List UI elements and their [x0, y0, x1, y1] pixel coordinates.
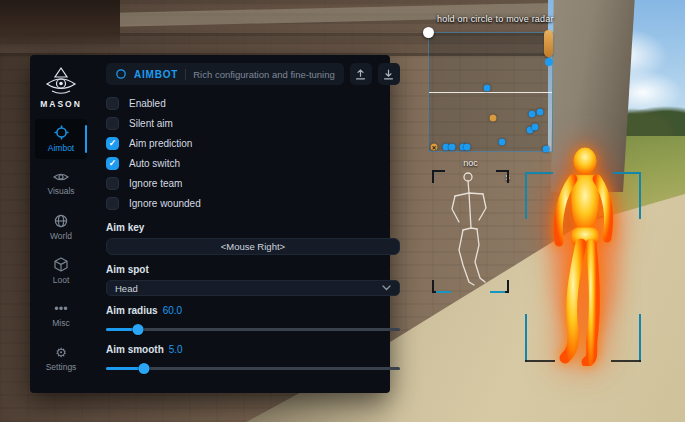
aim-spot-select[interactable]: Head	[106, 280, 400, 296]
slider-thumb[interactable]	[139, 363, 150, 374]
slider-track[interactable]	[106, 328, 400, 331]
bracket-corner	[432, 170, 445, 183]
page-subtitle: Rich configuration and fine-tuning	[193, 69, 335, 80]
radar-item-dot	[489, 114, 496, 121]
chevron-down-icon	[382, 285, 391, 291]
aim-spot-value: Head	[115, 283, 138, 294]
sidebar-item-misc[interactable]: ••• Misc	[35, 295, 87, 335]
sidebar-item-label: Loot	[53, 275, 70, 285]
import-config-button[interactable]	[378, 63, 400, 85]
radar-enemy-dot	[531, 124, 538, 131]
bracket-corner	[496, 170, 509, 183]
tab-header-pill: AIMBOT Rich configuration and fine-tunin…	[106, 63, 344, 85]
aim-smooth-slider[interactable]	[106, 363, 400, 374]
nav-menu: Aimbot Visuals	[35, 119, 87, 379]
aim-radius-header: Aim radius 60.0	[106, 305, 400, 316]
sidebar: MASON Aimbot Visuals	[30, 55, 92, 393]
radar-enemy-dot	[542, 145, 549, 152]
toggle-aim-prediction[interactable]: ✓ Aim prediction	[106, 133, 400, 153]
radar-enemy-dot	[464, 144, 471, 151]
toggle-label: Silent aim	[129, 118, 173, 129]
checkbox[interactable]: ✓	[106, 177, 119, 190]
cube-icon	[54, 257, 68, 272]
checkbox[interactable]: ✓	[106, 197, 119, 210]
toggle-list: ✓ Enabled ✓ Silent aim ✓ Aim prediction …	[106, 93, 400, 213]
toggle-label: Aim prediction	[129, 138, 192, 149]
main-content: AIMBOT Rich configuration and fine-tunin…	[92, 55, 413, 393]
sidebar-item-visuals[interactable]: Visuals	[35, 163, 87, 203]
sidebar-item-label: Settings	[46, 362, 77, 372]
bracket-line	[613, 172, 641, 174]
tab-header: AIMBOT Rich configuration and fine-tunin…	[106, 63, 400, 85]
aim-smooth-value: 5.0	[169, 344, 183, 355]
radar-enemy-dot	[498, 138, 505, 145]
export-config-button[interactable]	[350, 63, 372, 85]
aim-key-label: Aim key	[106, 222, 400, 233]
sidebar-item-label: Visuals	[47, 186, 74, 196]
sidebar-item-label: Aimbot	[48, 143, 74, 153]
aim-smooth-label: Aim smooth	[106, 344, 164, 355]
check-icon: ✓	[109, 139, 117, 148]
sidebar-item-settings[interactable]: ⚙ Settings	[35, 339, 87, 379]
radar[interactable]: ✕	[428, 32, 553, 152]
page-title: AIMBOT	[134, 69, 178, 80]
slider-thumb[interactable]	[133, 324, 144, 335]
aim-radius-label: Aim radius	[106, 305, 158, 316]
bracket-accent	[490, 291, 505, 293]
checkbox[interactable]: ✓	[106, 117, 119, 130]
dark-bricks	[0, 0, 120, 50]
skeleton-esp-box: noc 5	[433, 170, 508, 293]
bracket-line	[525, 314, 527, 362]
toggle-label: Ignore wounded	[129, 198, 201, 209]
bracket-accent	[436, 291, 451, 293]
bracket-line	[525, 172, 553, 174]
radar-horizon-line	[429, 92, 552, 93]
slider-track[interactable]	[106, 367, 400, 370]
sidebar-item-label: Misc	[52, 318, 69, 328]
logo: MASON	[40, 66, 82, 109]
bracket-line	[525, 172, 527, 219]
toggle-label: Ignore team	[129, 178, 182, 189]
download-icon	[383, 69, 394, 80]
check-icon: ✓	[109, 159, 117, 168]
gear-icon: ⚙	[55, 347, 67, 359]
aim-radius-slider[interactable]	[106, 324, 400, 335]
skeleton-icon	[433, 170, 508, 293]
toggle-label: Auto switch	[129, 158, 180, 169]
enemy-dot	[545, 58, 553, 66]
player-name-label: noc	[463, 158, 478, 168]
aim-spot-label: Aim spot	[106, 264, 400, 275]
toggle-auto-switch[interactable]: ✓ Auto switch	[106, 153, 400, 173]
sidebar-item-loot[interactable]: Loot	[35, 251, 87, 291]
toggle-label: Enabled	[129, 98, 166, 109]
radar-enemy-dot	[529, 111, 536, 118]
bracket-line	[639, 172, 641, 219]
radar-item-dot: ✕	[430, 144, 437, 151]
aim-radius-value: 60.0	[163, 305, 182, 316]
toggle-silent-aim[interactable]: ✓ Silent aim	[106, 113, 400, 133]
player-esp-box	[525, 172, 641, 362]
checkbox[interactable]: ✓	[106, 157, 119, 170]
toggle-enabled[interactable]: ✓ Enabled	[106, 93, 400, 113]
sidebar-item-label: World	[50, 231, 72, 241]
bracket-line	[525, 360, 555, 362]
sidebar-item-aimbot[interactable]: Aimbot	[35, 119, 87, 159]
toggle-ignore-wounded[interactable]: ✓ Ignore wounded	[106, 193, 400, 213]
radar-enemy-dot	[449, 144, 456, 151]
aim-key-button[interactable]: <Mouse Right>	[106, 238, 400, 255]
radar-enemy-dot	[536, 109, 543, 116]
logo-label: MASON	[40, 99, 82, 109]
sidebar-item-world[interactable]: World	[35, 207, 87, 247]
eye-icon	[53, 171, 69, 183]
toggle-ignore-team[interactable]: ✓ Ignore team	[106, 173, 400, 193]
checkbox[interactable]: ✓	[106, 137, 119, 150]
radar-tooltip: hold on circle to move radar	[437, 14, 554, 24]
crosshair-icon	[115, 68, 127, 80]
upload-icon	[355, 69, 366, 80]
globe-icon	[54, 214, 68, 228]
item-marker	[544, 30, 553, 57]
radar-drag-handle[interactable]	[423, 27, 434, 38]
radar-enemy-dot	[483, 85, 490, 92]
checkbox[interactable]: ✓	[106, 97, 119, 110]
mason-eye-icon	[43, 66, 79, 96]
